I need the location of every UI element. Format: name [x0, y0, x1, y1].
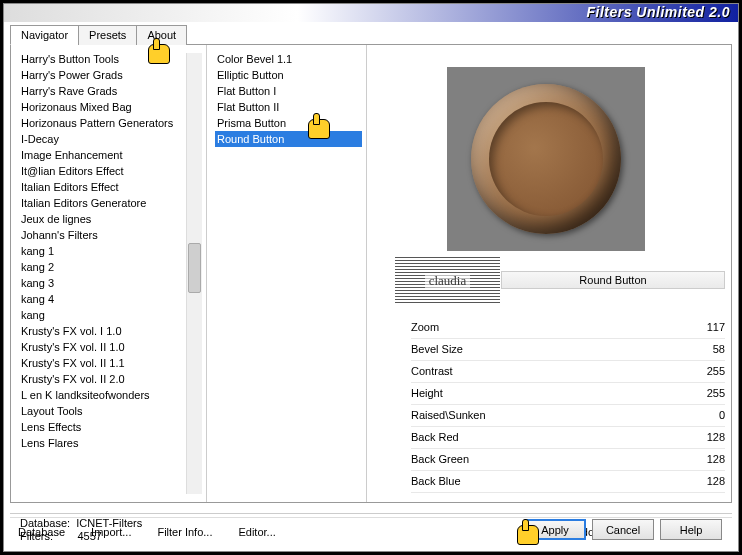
nav-item[interactable]: Krusty's FX vol. II 1.1 — [19, 355, 202, 371]
footer-buttons: Apply Cancel Help — [524, 519, 722, 540]
nav-scroll-thumb[interactable] — [188, 243, 201, 293]
tab-presets[interactable]: Presets — [78, 25, 137, 45]
param-row[interactable]: Raised\Sunken0 — [411, 405, 725, 427]
param-label: Raised\Sunken — [411, 407, 486, 424]
param-label: Bevel Size — [411, 341, 463, 358]
param-label: Back Green — [411, 451, 469, 468]
param-row[interactable]: Back Red128 — [411, 427, 725, 449]
param-value: 128 — [707, 451, 725, 468]
param-row[interactable]: Zoom117 — [411, 317, 725, 339]
filter-list[interactable]: Color Bevel 1.1Elliptic ButtonFlat Butto… — [211, 49, 362, 498]
title-bar: Filters Unlimited 2.0 — [4, 4, 738, 22]
parameter-list: Zoom117Bevel Size58Contrast255Height255R… — [411, 317, 725, 493]
tab-strip: Navigator Presets About — [10, 24, 732, 45]
cancel-button[interactable]: Cancel — [592, 519, 654, 540]
param-row[interactable]: Back Green128 — [411, 449, 725, 471]
param-value: 255 — [707, 385, 725, 402]
preview-col: claudia Round Button Zoom117Bevel Size58… — [367, 45, 731, 502]
nav-item[interactable]: I-Decay — [19, 131, 202, 147]
nav-scrollbar[interactable] — [186, 53, 202, 494]
nav-item[interactable]: Krusty's FX vol. II 2.0 — [19, 371, 202, 387]
param-value: 0 — [719, 407, 725, 424]
nav-item[interactable]: Harry's Power Grads — [19, 67, 202, 83]
param-label: Back Blue — [411, 473, 461, 490]
nav-item[interactable]: L en K landksiteofwonders — [19, 387, 202, 403]
nav-item[interactable]: kang 1 — [19, 243, 202, 259]
filter-list-col: Color Bevel 1.1Elliptic ButtonFlat Butto… — [207, 45, 367, 502]
param-label: Contrast — [411, 363, 453, 380]
nav-item[interactable]: Johann's Filters — [19, 227, 202, 243]
filter-item[interactable]: Flat Button I — [215, 83, 362, 99]
nav-item[interactable]: Horizonaus Mixed Bag — [19, 99, 202, 115]
nav-item[interactable]: Lens Effects — [19, 419, 202, 435]
nav-item[interactable]: Krusty's FX vol. I 1.0 — [19, 323, 202, 339]
navigator-list-col: Harry's Button ToolsHarry's Power GradsH… — [11, 45, 207, 502]
param-row[interactable]: Contrast255 — [411, 361, 725, 383]
filter-item[interactable]: Prisma Button — [215, 115, 362, 131]
tab-about[interactable]: About — [136, 25, 187, 45]
param-row[interactable]: Back Blue128 — [411, 471, 725, 493]
footer-info: Database: ICNET-Filters Filters: 4557 — [20, 517, 142, 543]
apply-button[interactable]: Apply — [524, 519, 586, 540]
nav-item[interactable]: Jeux de lignes — [19, 211, 202, 227]
filter-item[interactable]: Flat Button II — [215, 99, 362, 115]
param-value: 255 — [707, 363, 725, 380]
nav-item[interactable]: kang 2 — [19, 259, 202, 275]
nav-item[interactable]: It@lian Editors Effect — [19, 163, 202, 179]
param-row[interactable]: Bevel Size58 — [411, 339, 725, 361]
nav-item[interactable]: kang 3 — [19, 275, 202, 291]
nav-item[interactable]: Italian Editors Effect — [19, 179, 202, 195]
param-label: Zoom — [411, 319, 439, 336]
app-title: Filters Unlimited 2.0 — [586, 4, 730, 20]
nav-item[interactable]: Harry's Rave Grads — [19, 83, 202, 99]
navigator-list[interactable]: Harry's Button ToolsHarry's Power GradsH… — [15, 49, 202, 498]
help-button[interactable]: Help — [660, 519, 722, 540]
window-body: Navigator Presets About Harry's Button T… — [10, 24, 732, 545]
param-value: 58 — [713, 341, 725, 358]
param-value: 128 — [707, 473, 725, 490]
filter-item[interactable]: Color Bevel 1.1 — [215, 51, 362, 67]
param-value: 117 — [707, 319, 725, 336]
nav-item[interactable]: Horizonaus Pattern Generators — [19, 115, 202, 131]
nav-item[interactable]: Krusty's FX vol. II 1.0 — [19, 339, 202, 355]
param-value: 128 — [707, 429, 725, 446]
round-button-preview — [471, 84, 621, 234]
filter-item[interactable]: Elliptic Button — [215, 67, 362, 83]
nav-item[interactable]: Italian Editors Generatore — [19, 195, 202, 211]
tab-navigator[interactable]: Navigator — [10, 25, 79, 45]
filter-name-display: Round Button — [501, 271, 725, 289]
filters-window: Filters Unlimited 2.0 Navigator Presets … — [3, 3, 739, 552]
nav-item[interactable]: Layout Tools — [19, 403, 202, 419]
preview-image — [447, 67, 645, 251]
nav-item[interactable]: Harry's Button Tools — [19, 51, 202, 67]
nav-item[interactable]: Lens Flares — [19, 435, 202, 451]
watermark: claudia — [395, 257, 500, 305]
footer: Database: ICNET-Filters Filters: 4557 Ap… — [10, 513, 732, 545]
param-label: Height — [411, 385, 443, 402]
nav-item[interactable]: Image Enhancement — [19, 147, 202, 163]
nav-item[interactable]: kang — [19, 307, 202, 323]
param-row[interactable]: Height255 — [411, 383, 725, 405]
param-label: Back Red — [411, 429, 459, 446]
filter-item[interactable]: Round Button — [215, 131, 362, 147]
nav-item[interactable]: kang 4 — [19, 291, 202, 307]
main-area: Harry's Button ToolsHarry's Power GradsH… — [10, 45, 732, 503]
